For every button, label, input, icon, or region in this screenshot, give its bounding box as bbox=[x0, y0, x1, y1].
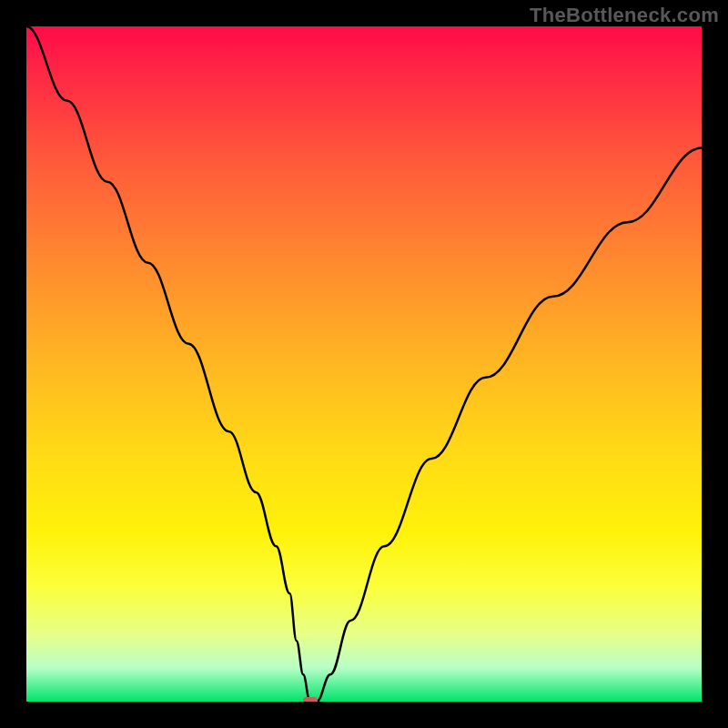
watermark-text: TheBottleneck.com bbox=[530, 4, 719, 27]
minimum-marker bbox=[303, 697, 318, 702]
chart-frame: TheBottleneck.com bbox=[0, 0, 728, 728]
background-gradient bbox=[26, 26, 702, 702]
plot-area bbox=[26, 26, 702, 702]
